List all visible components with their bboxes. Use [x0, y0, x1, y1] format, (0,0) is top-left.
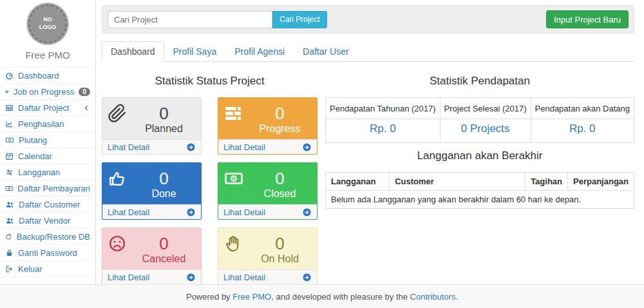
contributors-link[interactable]: Contributors	[410, 292, 456, 302]
subscription-table: Langganan Customer Tagihan Perpanjangan …	[325, 172, 634, 209]
closed-detail-link[interactable]: Lihat Detail	[218, 204, 317, 219]
card-progress: 0 Progress Lihat Detail	[218, 97, 317, 155]
exchange-icon	[5, 168, 14, 177]
search-button[interactable]: Cari Project	[272, 11, 327, 28]
card-closed: 0 Closed Lihat Detail	[218, 162, 317, 220]
footer-text: Powered by Free PMO, and developed with …	[186, 292, 458, 302]
sign-out-icon	[5, 265, 14, 273]
search-input[interactable]	[108, 11, 272, 28]
refresh-icon	[5, 233, 12, 241]
subscription-section-title: Langganan akan Berakhir	[325, 149, 634, 162]
calendar-icon	[5, 152, 14, 160]
dashboard-icon	[5, 72, 14, 80]
col-langganan: Langganan	[326, 173, 390, 191]
job-count-badge: 0	[79, 88, 90, 96]
subscription-empty-message: Belum ada Langganan yang akan berakhir d…	[326, 191, 634, 209]
progress-detail-link[interactable]: Lihat Detail	[218, 139, 317, 154]
arrow-circle-right-icon	[186, 273, 196, 282]
sidebar-item-piutang[interactable]: Piutang	[0, 132, 95, 148]
sidebar-item-keluar[interactable]: Keluar	[0, 261, 95, 277]
onhold-detail-link[interactable]: Lihat Detail	[218, 269, 317, 284]
sidebar: NO LOGO Free PMO Dashboard Job on Progre…	[0, 0, 96, 284]
tab-bar: Dashboard Profil Saya Profil Agensi Daft…	[102, 41, 634, 62]
arrow-circle-right-icon	[302, 207, 312, 217]
income-section-title: Statistik Pendapatan	[325, 75, 634, 88]
table-icon	[5, 104, 14, 112]
main-content: Cari Project Input Project Baru Dashboar…	[97, 0, 644, 284]
users-icon	[5, 217, 14, 225]
page-footer: Powered by Free PMO, and developed with …	[0, 284, 644, 308]
money-icon	[223, 169, 244, 188]
status-cards: 0 Planned Lihat Detail 0 Progre	[102, 97, 317, 285]
money-icon	[5, 184, 13, 193]
tasks-icon	[5, 88, 9, 96]
col-customer: Customer	[390, 173, 526, 191]
line-chart-icon	[5, 120, 14, 128]
stat-label-pendapatan-akan-datang: Pendapatan akan Datang	[531, 98, 634, 119]
income-stats-table: Pendapatan Tahunan (2017) Project Selesa…	[325, 97, 634, 143]
money-icon	[5, 136, 14, 144]
planned-label: Planned	[145, 122, 183, 135]
chevron-left-icon	[83, 104, 90, 111]
thumbs-up-icon	[108, 169, 127, 188]
progress-count: 0	[275, 104, 284, 123]
canceled-count: 0	[159, 235, 168, 253]
lock-icon	[5, 249, 14, 257]
sidebar-item-daftar-vendor[interactable]: Daftar Vendor	[0, 213, 95, 229]
tab-profil-saya[interactable]: Profil Saya	[164, 41, 226, 62]
sidebar-item-penghasilan[interactable]: Penghasilan	[0, 116, 95, 132]
planned-detail-link[interactable]: Lihat Detail	[102, 139, 201, 154]
card-on-hold: 0 On Hold Lihat Detail	[218, 227, 317, 285]
logo-wrap: NO LOGO	[0, 0, 95, 44]
sidebar-item-backup-restore-db[interactable]: Backup/Restore DB	[0, 229, 95, 245]
free-pmo-link[interactable]: Free PMO	[232, 292, 271, 302]
sidebar-item-dashboard[interactable]: Dashboard	[0, 68, 95, 84]
status-section-title: Statistik Status Project	[102, 75, 317, 88]
arrow-circle-right-icon	[186, 207, 196, 217]
sidebar-item-job-on-progress[interactable]: Job on Progress0	[0, 84, 95, 100]
sidebar-item-langganan[interactable]: Langganan	[0, 164, 95, 180]
stat-value-pendapatan-tahunan: Rp. 0	[326, 119, 440, 143]
stat-label-project-selesai: Project Selesai (2017)	[440, 98, 531, 119]
card-canceled: 0 Canceled Lihat Detail	[102, 227, 202, 285]
input-project-baru-button[interactable]: Input Project Baru	[546, 10, 629, 28]
hand-paper-icon	[223, 234, 243, 253]
stat-value-project-selesai: 0 Projects	[440, 119, 531, 143]
search-toolbar: Cari Project Input Project Baru	[102, 5, 634, 34]
income-section: Statistik Pendapatan Pendapatan Tahunan …	[325, 72, 634, 285]
sidebar-item-calendar[interactable]: Calendar	[0, 148, 95, 164]
sidebar-item-daftar-project[interactable]: Daftar Project	[0, 100, 95, 116]
tab-dashboard[interactable]: Dashboard	[102, 41, 164, 62]
tab-profil-agensi[interactable]: Profil Agensi	[225, 41, 294, 62]
status-section: Statistik Status Project 0 Planned Lihat…	[102, 72, 317, 285]
planned-count: 0	[159, 104, 168, 123]
tasks-icon	[223, 104, 243, 123]
closed-label: Closed	[264, 188, 296, 200]
done-count: 0	[159, 169, 168, 188]
logo-text: NO LOGO	[37, 16, 58, 31]
col-perpanjangan: Perpanjangan	[568, 173, 634, 191]
closed-count: 0	[275, 169, 284, 188]
card-done: 0 Done Lihat Detail	[102, 162, 202, 220]
arrow-circle-right-icon	[186, 142, 196, 152]
sidebar-item-ganti-password[interactable]: Ganti Password	[0, 245, 95, 261]
onhold-count: 0	[275, 235, 284, 253]
stat-value-pendapatan-akan-datang: Rp. 0	[531, 119, 634, 143]
brand-name: Free PMO	[0, 50, 95, 61]
progress-label: Progress	[259, 122, 300, 135]
sidebar-item-daftar-customer[interactable]: Daftar Customer	[0, 197, 95, 213]
canceled-detail-link[interactable]: Lihat Detail	[102, 269, 201, 284]
users-icon	[5, 200, 14, 209]
onhold-label: On Hold	[261, 253, 299, 265]
done-detail-link[interactable]: Lihat Detail	[102, 204, 201, 219]
no-logo-badge: NO LOGO	[28, 4, 68, 44]
paperclip-icon	[108, 104, 127, 123]
tab-daftar-user[interactable]: Daftar User	[294, 41, 358, 62]
canceled-label: Canceled	[142, 253, 186, 265]
sidebar-item-daftar-pembayaran[interactable]: Daftar Pembayaran	[0, 180, 95, 197]
subscription-section: Langganan akan Berakhir Langganan Custom…	[325, 149, 634, 209]
sidebar-menu: Dashboard Job on Progress0 Daftar Projec…	[0, 67, 95, 277]
arrow-circle-right-icon	[302, 142, 312, 152]
frown-icon	[108, 234, 127, 253]
stat-label-pendapatan-tahunan: Pendapatan Tahunan (2017)	[326, 98, 440, 119]
